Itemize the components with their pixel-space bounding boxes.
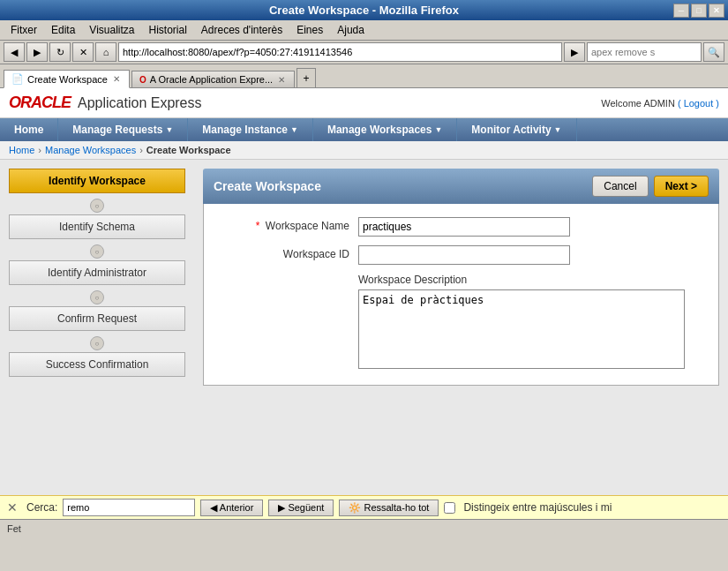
- close-button[interactable]: ✕: [709, 4, 724, 18]
- menu-eines[interactable]: Eines: [289, 22, 330, 38]
- reload-button[interactable]: ↻: [49, 42, 71, 62]
- status-text: Fet: [7, 523, 21, 534]
- menu-visualitza[interactable]: Visualitza: [82, 22, 141, 38]
- nav-manage-workspaces[interactable]: Manage Workspaces ▼: [313, 118, 457, 141]
- step-btn-success-confirmation[interactable]: Success Confirmation: [9, 352, 185, 377]
- breadcrumb-home[interactable]: Home: [9, 145, 34, 155]
- workspace-name-input[interactable]: [358, 217, 570, 237]
- step-identify-schema: Identify Schema: [9, 214, 185, 239]
- tab-close-1[interactable]: ✕: [111, 74, 122, 84]
- required-star: *: [256, 220, 260, 232]
- nav-manage-requests[interactable]: Manage Requests ▼: [58, 118, 188, 141]
- breadcrumb-sep-1: ›: [38, 145, 41, 155]
- description-area: Espai de pràctiques: [358, 289, 705, 372]
- nav-home[interactable]: Home: [0, 118, 58, 141]
- nav-monitor-activity-arrow: ▼: [554, 125, 562, 134]
- nav-home-label: Home: [14, 124, 43, 136]
- breadcrumb-sep-2: ›: [139, 145, 143, 155]
- connector-circle-4: ○: [90, 336, 104, 350]
- workspace-id-input[interactable]: [358, 245, 570, 265]
- connector-2: ○: [9, 243, 185, 260]
- tab-oracle[interactable]: O A Oracle Application Expre... ✕: [131, 71, 295, 87]
- find-input[interactable]: [63, 499, 195, 516]
- find-prev-arrow: ◀: [210, 502, 217, 513]
- nav-manage-instance-arrow: ▼: [290, 125, 298, 134]
- main-content: Identify Workspace ○ Identify Schema ○ I…: [0, 160, 728, 495]
- nav-manage-instance-label: Manage Instance: [202, 124, 288, 136]
- welcome-text: Welcome ADMIN: [601, 98, 675, 109]
- step-btn-confirm-request[interactable]: Confirm Request: [9, 306, 185, 331]
- maximize-button[interactable]: □: [691, 4, 707, 18]
- menu-fitxer[interactable]: Fitxer: [4, 22, 44, 38]
- connector-circle-3: ○: [90, 290, 104, 304]
- new-tab-button[interactable]: +: [296, 68, 316, 87]
- go-button[interactable]: ▶: [564, 42, 585, 62]
- step-identify-workspace: Identify Workspace: [9, 169, 185, 193]
- search-button[interactable]: 🔍: [703, 42, 724, 62]
- content-area: ORACLE Application Express Welcome ADMIN…: [0, 87, 728, 495]
- breadcrumb-manage-workspaces[interactable]: Manage Workspaces: [45, 145, 136, 155]
- nav-monitor-activity[interactable]: Monitor Activity ▼: [457, 118, 576, 141]
- step-success-confirmation: Success Confirmation: [9, 352, 185, 377]
- forward-button[interactable]: ▶: [26, 42, 48, 62]
- description-label: Workspace Description: [358, 274, 705, 286]
- welcome-area: Welcome ADMIN ( Logout ): [601, 98, 719, 109]
- menu-ajuda[interactable]: Ajuda: [330, 22, 372, 38]
- step-btn-identify-workspace[interactable]: Identify Workspace: [9, 169, 185, 193]
- nav-manage-requests-arrow: ▼: [165, 125, 173, 134]
- find-close-button[interactable]: ✕: [7, 500, 18, 515]
- address-bar[interactable]: [118, 42, 562, 62]
- browser-tabs: 📄 Create Workspace ✕ O A Oracle Applicat…: [0, 64, 728, 87]
- tab-page-icon: 📄: [11, 73, 24, 85]
- highlight-all-button[interactable]: 🔆 Ressalta-ho tot: [339, 500, 439, 516]
- workspace-id-row: Workspace ID: [217, 245, 705, 265]
- menu-adreces[interactable]: Adreces d'interès: [194, 22, 289, 38]
- logout-link[interactable]: ( Logout ): [678, 98, 719, 109]
- cancel-button[interactable]: Cancel: [592, 176, 648, 197]
- step-confirm-request: Confirm Request: [9, 306, 185, 331]
- find-next-button[interactable]: ▶ Següent: [268, 500, 334, 516]
- oracle-logo-text: ORACLE: [9, 94, 71, 112]
- panel-title: Create Workspace: [214, 179, 321, 193]
- wizard-sidebar: Identify Workspace ○ Identify Schema ○ I…: [0, 160, 194, 495]
- main-nav: Home Manage Requests ▼ Manage Instance ▼…: [0, 118, 728, 141]
- next-button[interactable]: Next >: [654, 176, 709, 197]
- minimize-button[interactable]: ─: [673, 4, 689, 18]
- tab-create-workspace[interactable]: 📄 Create Workspace ✕: [4, 70, 130, 88]
- find-next-arrow: ▶: [278, 502, 285, 513]
- case-label: Distingeix entre majúscules i mi: [463, 501, 612, 514]
- window-controls[interactable]: ─ □ ✕: [673, 4, 724, 18]
- app-express-text: Application Express: [78, 95, 202, 111]
- stop-button[interactable]: ✕: [72, 42, 94, 62]
- oracle-logo: ORACLE Application Express: [9, 94, 202, 112]
- breadcrumb: Home › Manage Workspaces › Create Worksp…: [0, 141, 728, 160]
- back-button[interactable]: ◀: [4, 42, 25, 62]
- find-prev-button[interactable]: ◀ Anterior: [200, 500, 263, 516]
- menu-edita[interactable]: Edita: [44, 22, 82, 38]
- tab-label-1: Create Workspace: [27, 74, 108, 85]
- step-identify-administrator: Identify Administrator: [9, 260, 185, 285]
- workspace-name-label: * Workspace Name: [217, 217, 358, 232]
- menu-historial[interactable]: Historial: [142, 22, 194, 38]
- case-sensitive-checkbox[interactable]: [444, 502, 455, 514]
- panel-body: * Workspace Name Workspace ID Workspace …: [203, 204, 719, 386]
- connector-3: ○: [9, 289, 185, 306]
- connector-circle-1: ○: [90, 199, 104, 213]
- workspace-id-label: Workspace ID: [217, 245, 358, 260]
- step-btn-identify-administrator[interactable]: Identify Administrator: [9, 260, 185, 285]
- menu-bar: Fitxer Edita Visualitza Historial Adrece…: [0, 20, 728, 41]
- home-button[interactable]: ⌂: [95, 42, 116, 62]
- connector-1: ○: [9, 197, 185, 214]
- browser-toolbar: ◀ ▶ ↻ ✕ ⌂ ▶ 🔍: [0, 41, 728, 64]
- description-textarea[interactable]: Espai de pràctiques: [358, 289, 685, 369]
- oracle-header: ORACLE Application Express Welcome ADMIN…: [0, 88, 728, 118]
- browser-search-input[interactable]: [587, 42, 702, 62]
- window-title: Create Workspace - Mozilla Firefox: [269, 4, 459, 17]
- find-bar: ✕ Cerca: ◀ Anterior ▶ Següent 🔆 Ressalta…: [0, 495, 728, 519]
- step-btn-identify-schema[interactable]: Identify Schema: [9, 214, 185, 239]
- nav-manage-instance[interactable]: Manage Instance ▼: [188, 118, 313, 141]
- tab-close-2[interactable]: ✕: [276, 75, 287, 85]
- highlight-icon: 🔆: [349, 502, 361, 513]
- panel-header: Create Workspace Cancel Next >: [203, 169, 719, 204]
- connector-circle-2: ○: [90, 244, 104, 259]
